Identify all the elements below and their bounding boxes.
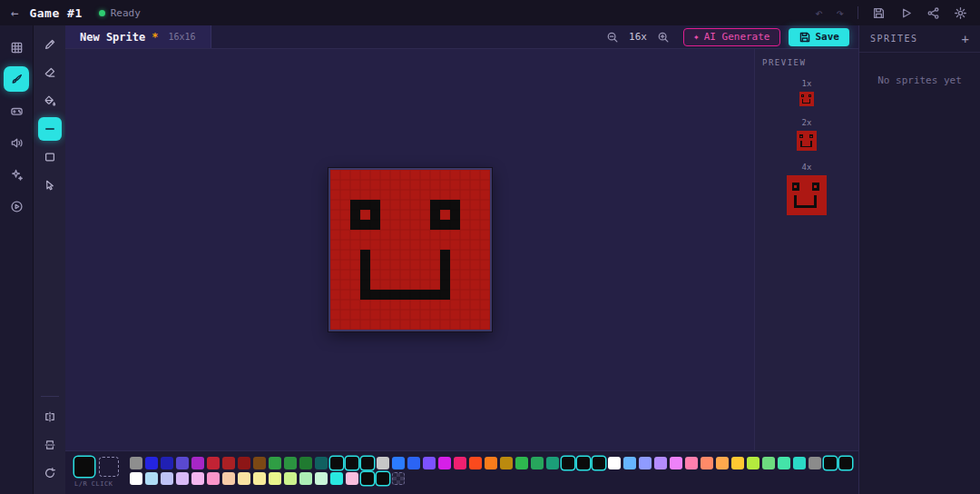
palette-swatch[interactable] (762, 457, 775, 469)
palette-swatch[interactable] (747, 457, 760, 469)
ai-generate-button[interactable]: ✦ AI Generate (683, 28, 779, 46)
palette-swatch[interactable] (361, 457, 374, 469)
palette-swatch[interactable] (793, 457, 806, 469)
tool-flip-horizontal[interactable] (38, 405, 62, 429)
save-sprite-button[interactable]: Save (789, 28, 850, 46)
palette-swatch[interactable] (207, 472, 220, 485)
palette-swatch[interactable] (577, 457, 590, 469)
palette-swatch[interactable] (299, 472, 312, 485)
palette-swatch[interactable] (191, 472, 204, 485)
palette-swatch[interactable] (161, 457, 173, 469)
nav-ai-assist[interactable] (4, 162, 29, 187)
palette-swatch[interactable] (253, 472, 266, 485)
palette-swatch[interactable] (701, 457, 713, 469)
nav-map-editor[interactable] (4, 35, 29, 60)
tool-rectangle[interactable] (38, 145, 62, 169)
share-button[interactable] (926, 6, 940, 20)
palette-swatch[interactable] (269, 472, 281, 485)
palette-swatch[interactable] (284, 457, 297, 469)
palette-swatch[interactable] (623, 457, 636, 469)
zoom-in-button[interactable] (657, 31, 670, 44)
palette-swatch[interactable] (315, 457, 328, 469)
palette-swatch[interactable] (685, 457, 698, 469)
palette-swatch[interactable] (315, 472, 328, 485)
palette-swatch[interactable] (145, 457, 158, 469)
palette-swatch[interactable] (284, 472, 297, 485)
zoom-out-button[interactable] (606, 31, 619, 44)
palette-swatch[interactable] (299, 457, 312, 469)
redo-button[interactable]: ↷ (837, 5, 844, 20)
palette-swatch[interactable] (176, 457, 189, 469)
palette-swatch[interactable] (238, 457, 250, 469)
transparent-swatch[interactable] (392, 472, 405, 485)
nav-game-objects[interactable] (4, 98, 29, 124)
palette-swatch[interactable] (778, 457, 790, 469)
palette-swatch[interactable] (222, 472, 235, 485)
palette-swatch[interactable] (608, 457, 621, 469)
tool-line[interactable] (38, 117, 62, 141)
palette-swatch[interactable] (330, 457, 343, 469)
palette-swatch[interactable] (639, 457, 652, 469)
palette-swatch[interactable] (346, 457, 358, 469)
palette-swatch[interactable] (222, 457, 235, 469)
save-project-button[interactable] (872, 6, 886, 20)
palette-swatch[interactable] (454, 457, 466, 469)
tool-flip-vertical[interactable] (38, 433, 62, 457)
nav-sprite-editor[interactable] (4, 66, 29, 92)
palette-swatch[interactable] (253, 457, 266, 469)
palette-swatch[interactable] (593, 457, 605, 469)
palette-swatch[interactable] (469, 457, 482, 469)
palette-swatch[interactable] (562, 457, 574, 469)
tool-pencil[interactable] (38, 33, 62, 56)
palette-swatch[interactable] (654, 457, 667, 469)
palette-swatch[interactable] (407, 457, 420, 469)
palette-swatch[interactable] (808, 457, 821, 469)
palette-swatch[interactable] (824, 457, 837, 469)
palette-swatch[interactable] (346, 472, 358, 485)
palette-swatch[interactable] (330, 472, 343, 485)
palette-swatch[interactable] (145, 472, 158, 485)
palette-swatch[interactable] (361, 472, 374, 485)
tool-select[interactable] (38, 173, 62, 197)
palette-swatch[interactable] (670, 457, 682, 469)
palette-swatch[interactable] (130, 457, 142, 469)
palette-swatch[interactable] (392, 457, 405, 469)
run-button[interactable] (899, 6, 913, 20)
tool-fill[interactable] (38, 89, 62, 113)
paintbrush-icon (10, 73, 24, 86)
palette-swatch[interactable] (731, 457, 744, 469)
palette-swatch[interactable] (191, 457, 204, 469)
settings-button[interactable] (954, 6, 967, 20)
palette-swatch[interactable] (176, 472, 189, 485)
palette-row (130, 472, 852, 485)
palette-swatch[interactable] (207, 457, 220, 469)
nav-sounds[interactable] (4, 130, 29, 155)
sprite-tab[interactable]: New Sprite * 16x16 (65, 25, 211, 48)
tool-eraser[interactable] (38, 61, 62, 84)
undo-button[interactable]: ↶ (815, 5, 822, 20)
palette-swatch[interactable] (161, 472, 173, 485)
palette-swatch[interactable] (531, 457, 544, 469)
sprites-sidebar: SPRITES + No sprites yet (858, 25, 980, 494)
secondary-color-swatch[interactable] (99, 457, 119, 477)
palette-swatch[interactable] (500, 457, 513, 469)
palette-swatch[interactable] (485, 457, 497, 469)
palette-swatch[interactable] (377, 472, 389, 485)
primary-color-swatch[interactable] (74, 457, 94, 477)
add-sprite-button[interactable]: + (962, 32, 969, 46)
pixel-canvas[interactable] (328, 168, 492, 331)
palette-swatch[interactable] (515, 457, 528, 469)
palette-swatch[interactable] (238, 472, 250, 485)
palette-swatch[interactable] (377, 457, 389, 469)
palette-swatch[interactable] (546, 457, 559, 469)
back-button[interactable]: ← (11, 5, 18, 20)
palette-swatch[interactable] (438, 457, 451, 469)
gear-icon (954, 6, 967, 20)
palette-swatch[interactable] (423, 457, 436, 469)
tool-rotate[interactable] (38, 461, 62, 485)
palette-swatch[interactable] (130, 472, 142, 485)
nav-run-game[interactable] (4, 193, 29, 219)
palette-swatch[interactable] (269, 457, 281, 469)
palette-swatch[interactable] (716, 457, 729, 469)
palette-swatch[interactable] (839, 457, 852, 469)
